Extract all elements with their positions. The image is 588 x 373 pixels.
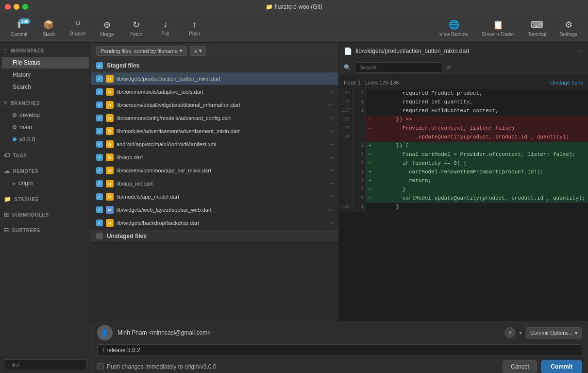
file-type-badge: D bbox=[106, 101, 114, 109]
pull-button[interactable]: ↓ Pull bbox=[151, 17, 179, 39]
diff-line-sign bbox=[366, 89, 374, 98]
sidebar-item-develop[interactable]: develop bbox=[2, 109, 89, 121]
stashes-header[interactable]: 📁 STASHES bbox=[0, 193, 91, 205]
file-checkbox[interactable]: ✓ bbox=[96, 102, 103, 108]
diff-search-options-icon[interactable]: ⊕ bbox=[446, 64, 451, 71]
file-row[interactable]: ✓ D lib/widgets/backdrop/backdrop.dart ⋯ bbox=[91, 217, 338, 230]
commit-help-chevron[interactable]: ▾ bbox=[519, 329, 522, 336]
file-checkbox[interactable]: ✓ bbox=[96, 115, 103, 121]
finder-icon: 📋 bbox=[493, 19, 504, 30]
sort-button[interactable]: Pending files, sorted by filename ▾ bbox=[96, 46, 187, 56]
file-actions-icon[interactable]: ⋯ bbox=[327, 206, 334, 214]
sidebar-item-origin[interactable]: ▶ origin bbox=[2, 177, 89, 189]
sidebar-item-history[interactable]: History bbox=[2, 69, 89, 81]
workspace-header[interactable]: □ WORKSPACE bbox=[0, 45, 91, 56]
sort-chevron-icon: ▾ bbox=[180, 48, 183, 54]
remotes-label: REMOTES bbox=[13, 169, 39, 174]
push-checkbox-label[interactable]: Push changes immediately to origin/v3.0.… bbox=[97, 363, 216, 370]
file-actions-icon[interactable]: ⋯ bbox=[327, 88, 334, 96]
diff-line-num1: 128 bbox=[339, 116, 353, 124]
file-row[interactable]: ✓ D lib/screens/common/app_bar_mixin.dar… bbox=[91, 164, 338, 177]
sidebar-item-v3[interactable]: v3.0.0 bbox=[2, 134, 89, 145]
file-row[interactable]: ✓ D lib/app_init.dart ⋯ bbox=[91, 177, 338, 190]
branches-header[interactable]: ⑂ BRANCHES bbox=[0, 97, 91, 109]
close-button[interactable] bbox=[5, 4, 11, 10]
file-checkbox[interactable]: ✓ bbox=[96, 128, 103, 135]
file-checkbox[interactable]: ✓ bbox=[96, 88, 103, 95]
sidebar-item-search[interactable]: Search bbox=[2, 81, 89, 93]
unstage-hunk-button[interactable]: Unstage hunk bbox=[550, 80, 583, 85]
file-row[interactable]: ✓ D lib/widgets/product/action_button_mi… bbox=[91, 72, 338, 85]
show-in-finder-button[interactable]: 📋 Show in Finder bbox=[476, 17, 520, 40]
file-checkbox[interactable]: ✓ bbox=[96, 193, 103, 200]
push-label: Push changes immediately to origin/v3.0.… bbox=[107, 363, 216, 370]
sidebar-filter-input[interactable] bbox=[4, 359, 87, 370]
sidebar-item-file-status[interactable]: File Status bbox=[2, 57, 89, 68]
stash-button[interactable]: 📦 Stash bbox=[35, 17, 62, 40]
push-checkbox[interactable] bbox=[97, 363, 104, 370]
minimize-button[interactable] bbox=[14, 4, 19, 10]
fetch-label: Fetch bbox=[130, 32, 142, 37]
file-actions-icon[interactable]: ⋯ bbox=[327, 180, 334, 187]
view-toggle-button[interactable]: ≡ ▾ bbox=[190, 46, 206, 56]
file-row[interactable]: ✓ D lib/common/tools/adaptive_tools.dart… bbox=[91, 85, 338, 99]
staged-all-checkbox[interactable]: ✓ bbox=[96, 62, 103, 69]
commit-help-button[interactable]: ? bbox=[504, 327, 515, 338]
fullscreen-button[interactable] bbox=[22, 4, 28, 10]
diff-more-icon[interactable]: ⋯ bbox=[576, 47, 583, 55]
file-row[interactable]: ✓ D lib/models/app_model.dart ⋯ bbox=[91, 190, 338, 203]
diff-line: 1 + final cartModel = Provider.of(contex… bbox=[339, 151, 588, 159]
fetch-button[interactable]: ↻ Fetch bbox=[122, 17, 150, 40]
file-actions-icon[interactable]: ⋯ bbox=[327, 75, 334, 83]
file-row[interactable]: ✓ W lib/widgets/web_layout/appbar_web.da… bbox=[91, 203, 338, 217]
commit-message-area[interactable]: + release 3.0.2 bbox=[97, 344, 582, 356]
diff-line: 129 - Provider.of(context, listen: false… bbox=[339, 124, 588, 133]
branch-dot-develop bbox=[13, 113, 17, 117]
file-actions-icon[interactable]: ⋯ bbox=[327, 140, 334, 148]
file-checkbox[interactable]: ✓ bbox=[96, 180, 103, 187]
diff-line-code: Provider.of(context, listen: false) bbox=[374, 124, 588, 133]
file-checkbox[interactable]: ✓ bbox=[96, 167, 103, 174]
cancel-button[interactable]: Cancel bbox=[503, 360, 537, 373]
commit-button-final[interactable]: Commit bbox=[541, 360, 582, 373]
subtrees-header[interactable]: ⊟ SUBTREES bbox=[0, 224, 91, 236]
file-checkbox[interactable]: ✓ bbox=[96, 154, 103, 161]
toolbar: 388 ⬆ Commit 📦 Stash ⑂ Branch ⊕ Merge ↻ … bbox=[0, 14, 588, 43]
diff-line-code: .updateQuantity(product, product.id!, qu… bbox=[374, 133, 588, 142]
file-checkbox[interactable]: ✓ bbox=[96, 206, 103, 213]
file-actions-icon[interactable]: ⋯ bbox=[327, 153, 334, 161]
sidebar-item-main[interactable]: main bbox=[2, 121, 89, 133]
file-checkbox[interactable]: ✓ bbox=[96, 220, 103, 226]
tags-header[interactable]: 🏷 TAGS bbox=[0, 150, 91, 161]
file-actions-icon[interactable]: ⋯ bbox=[327, 219, 334, 227]
submodules-icon: ⊞ bbox=[4, 211, 9, 218]
settings-button[interactable]: ⚙ Settings bbox=[554, 17, 583, 40]
unstaged-all-checkbox[interactable] bbox=[96, 233, 103, 239]
commit-options-button[interactable]: Commit Options... ▾ bbox=[526, 327, 582, 339]
staged-files-header[interactable]: ✓ Staged files bbox=[91, 59, 338, 72]
remotes-header[interactable]: ☁ REMOTES bbox=[0, 165, 91, 177]
file-actions-icon[interactable]: ⋯ bbox=[327, 193, 334, 201]
diff-search-input[interactable] bbox=[355, 62, 442, 73]
file-actions-icon[interactable]: ⋯ bbox=[327, 167, 334, 174]
file-row[interactable]: ✓ D android/app/src/main/AndroidManifest… bbox=[91, 138, 338, 151]
file-checkbox[interactable]: ✓ bbox=[96, 141, 103, 148]
view-remote-icon: 🌐 bbox=[449, 19, 459, 30]
diff-line-num2: 1 bbox=[353, 177, 366, 186]
file-actions-icon[interactable]: ⋯ bbox=[327, 114, 334, 122]
view-remote-button[interactable]: 🌐 View Remote bbox=[434, 17, 474, 40]
file-actions-icon[interactable]: ⋯ bbox=[327, 101, 334, 109]
file-row[interactable]: ✓ D lib/common/config/models/advanced_co… bbox=[91, 112, 338, 125]
file-row[interactable]: ✓ D lib/app.dart ⋯ bbox=[91, 151, 338, 164]
file-row[interactable]: ✓ D lib/screens/detail/widgets/additiona… bbox=[91, 99, 338, 112]
file-actions-icon[interactable]: ⋯ bbox=[327, 127, 334, 135]
file-row[interactable]: ✓ D lib/modules/advertisement/advertisem… bbox=[91, 125, 338, 138]
submodules-header[interactable]: ⊞ SUBMODULES bbox=[0, 209, 91, 220]
unstaged-files-header[interactable]: Unstaged files bbox=[91, 230, 338, 243]
merge-button[interactable]: ⊕ Merge bbox=[93, 17, 120, 40]
branch-button[interactable]: ⑂ Branch bbox=[64, 17, 91, 39]
push-button[interactable]: ↑ Push bbox=[181, 17, 208, 39]
file-checkbox[interactable]: ✓ bbox=[96, 75, 103, 82]
commit-button[interactable]: 388 ⬆ Commit bbox=[5, 17, 33, 40]
terminal-button[interactable]: ⌨ Terminal bbox=[522, 17, 552, 40]
